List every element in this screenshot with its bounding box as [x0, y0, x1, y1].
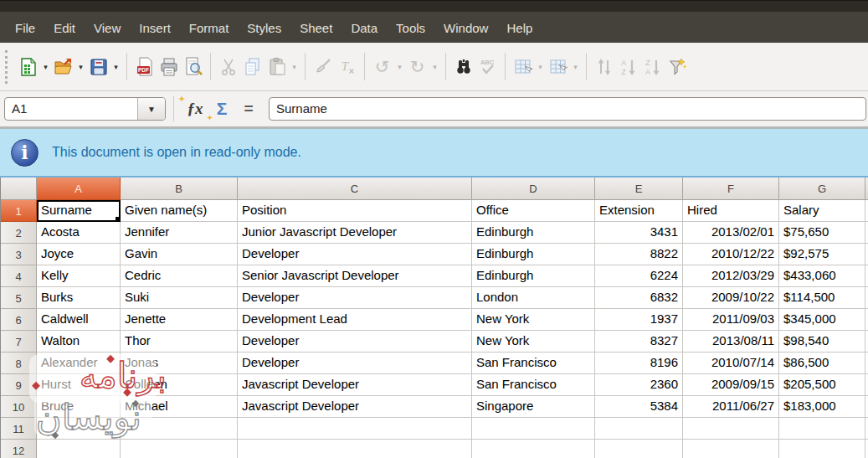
cell-G5[interactable]: $114,500 — [779, 287, 865, 309]
cell-A3[interactable]: Joyce — [37, 244, 121, 265]
new-document-button[interactable] — [16, 54, 40, 80]
cell-F9[interactable]: 2009/09/15 — [683, 374, 779, 396]
cell-A2[interactable]: Acosta — [37, 222, 121, 244]
row-header-10[interactable]: 10 — [1, 396, 37, 418]
cell-F4[interactable]: 2012/03/29 — [683, 265, 779, 287]
toolbar-grip-handle[interactable] — [5, 50, 9, 84]
function-wizard-button[interactable]: ƒx — [182, 100, 208, 118]
cell-B5[interactable]: Suki — [121, 287, 238, 309]
formula-button[interactable]: = — [235, 100, 262, 118]
cell-C10[interactable]: Javascript Developer — [238, 396, 472, 418]
cell-B11[interactable] — [121, 418, 238, 440]
menu-item-help[interactable]: Help — [497, 16, 542, 40]
cell-D12[interactable] — [472, 440, 595, 458]
column-header-D[interactable]: D — [472, 178, 595, 200]
cell-E8[interactable]: 8196 — [595, 353, 683, 374]
cell-G11[interactable] — [779, 418, 865, 440]
cell-G2[interactable]: $75,650 — [779, 222, 865, 244]
cell-D4[interactable]: Edinburgh — [472, 265, 595, 287]
save-dropdown[interactable]: ▾ — [110, 63, 121, 71]
cell-F3[interactable]: 2010/12/22 — [683, 244, 779, 265]
cell-D9[interactable]: San Francisco — [472, 374, 595, 396]
cell-A5[interactable]: Burks — [37, 287, 121, 309]
column-header-F[interactable]: F — [683, 178, 779, 200]
cell-G12[interactable] — [779, 440, 865, 458]
new-document-dropdown[interactable]: ▾ — [40, 63, 51, 71]
cell-E12[interactable] — [595, 440, 683, 458]
cell-E11[interactable] — [595, 418, 683, 440]
cell-C7[interactable]: Developer — [238, 331, 472, 353]
cell-F12[interactable] — [683, 440, 779, 458]
cell-F6[interactable]: 2011/09/03 — [683, 309, 779, 331]
cell-A11[interactable] — [37, 418, 121, 440]
export-pdf-button[interactable]: PDF — [132, 54, 157, 80]
cell-F7[interactable]: 2013/08/11 — [683, 331, 779, 353]
row-header-6[interactable]: 6 — [1, 309, 37, 331]
cell-E7[interactable]: 8327 — [595, 331, 683, 353]
column-header-B[interactable]: B — [121, 178, 238, 200]
row-header-3[interactable]: 3 — [1, 244, 37, 265]
row-header-2[interactable]: 2 — [1, 222, 37, 244]
find-replace-button[interactable] — [451, 54, 475, 80]
row-header-11[interactable]: 11 — [1, 418, 37, 440]
cell-C11[interactable] — [238, 418, 472, 440]
column-header-E[interactable]: E — [595, 178, 683, 200]
menu-item-sheet[interactable]: Sheet — [290, 16, 342, 40]
autofilter-button[interactable] — [665, 54, 689, 80]
cell-D1[interactable]: Office — [472, 200, 595, 222]
cell-B9[interactable]: Colleen — [121, 374, 238, 396]
name-box-dropdown[interactable]: ▼ — [137, 98, 165, 120]
cell-B1[interactable]: Given name(s) — [121, 200, 238, 222]
cell-B8[interactable]: Jonas — [121, 353, 238, 374]
column-header-A[interactable]: A — [37, 178, 121, 200]
cell-F2[interactable]: 2013/02/01 — [683, 222, 779, 244]
cell-C3[interactable]: Developer — [238, 244, 472, 265]
cell-G8[interactable]: $86,500 — [779, 353, 865, 374]
cell-F11[interactable] — [683, 418, 779, 440]
open-dropdown[interactable]: ▾ — [75, 63, 86, 71]
cell-D3[interactable]: Edinburgh — [472, 244, 595, 265]
row-header-1[interactable]: 1 — [1, 200, 37, 222]
menu-item-format[interactable]: Format — [180, 16, 239, 40]
cell-E6[interactable]: 1937 — [595, 309, 683, 331]
cell-A10[interactable]: Bruce — [37, 396, 121, 418]
row-header-12[interactable]: 12 — [1, 440, 37, 458]
cell-C4[interactable]: Senior Javascript Developer — [238, 265, 472, 287]
cell-C9[interactable]: Javascript Developer — [238, 374, 472, 396]
cell-G9[interactable]: $205,500 — [779, 374, 865, 396]
cell-D8[interactable]: San Francisco — [472, 353, 595, 374]
row-header-4[interactable]: 4 — [1, 265, 37, 287]
cell-G6[interactable]: $345,000 — [779, 309, 865, 331]
menu-item-edit[interactable]: Edit — [44, 16, 85, 40]
column-header-C[interactable]: C — [238, 178, 472, 200]
cell-E10[interactable]: 5384 — [595, 396, 683, 418]
cell-D7[interactable]: New York — [472, 331, 595, 353]
cell-E9[interactable]: 2360 — [595, 374, 683, 396]
cell-E3[interactable]: 8822 — [595, 244, 683, 265]
cell-A7[interactable]: Walton — [37, 331, 121, 353]
cell-B6[interactable]: Jenette — [121, 309, 238, 331]
row-header-8[interactable]: 8 — [1, 353, 37, 374]
cell-G7[interactable]: $98,540 — [779, 331, 865, 353]
cell-B3[interactable]: Gavin — [121, 244, 238, 265]
cell-A9[interactable]: Hurst — [37, 374, 121, 396]
save-button[interactable] — [86, 54, 110, 80]
cell-A12[interactable] — [37, 440, 121, 458]
cell-G10[interactable]: $183,000 — [779, 396, 865, 418]
cell-E2[interactable]: 3431 — [595, 222, 683, 244]
cell-D11[interactable] — [472, 418, 595, 440]
cell-A6[interactable]: Caldwell — [37, 309, 121, 331]
menu-item-window[interactable]: Window — [434, 16, 497, 40]
row-header-5[interactable]: 5 — [1, 287, 37, 309]
cell-A1[interactable]: Surname — [37, 200, 121, 222]
menu-item-view[interactable]: View — [85, 16, 130, 40]
cell-G4[interactable]: $433,060 — [779, 265, 865, 287]
menu-item-data[interactable]: Data — [342, 16, 387, 40]
cell-F8[interactable]: 2010/07/14 — [683, 353, 779, 374]
menu-item-file[interactable]: File — [6, 16, 44, 40]
cell-C5[interactable]: Developer — [238, 287, 472, 309]
row-header-7[interactable]: 7 — [1, 331, 37, 353]
menu-item-insert[interactable]: Insert — [130, 16, 180, 40]
row-header-9[interactable]: 9 — [1, 374, 37, 396]
cell-G3[interactable]: $92,575 — [779, 244, 865, 265]
